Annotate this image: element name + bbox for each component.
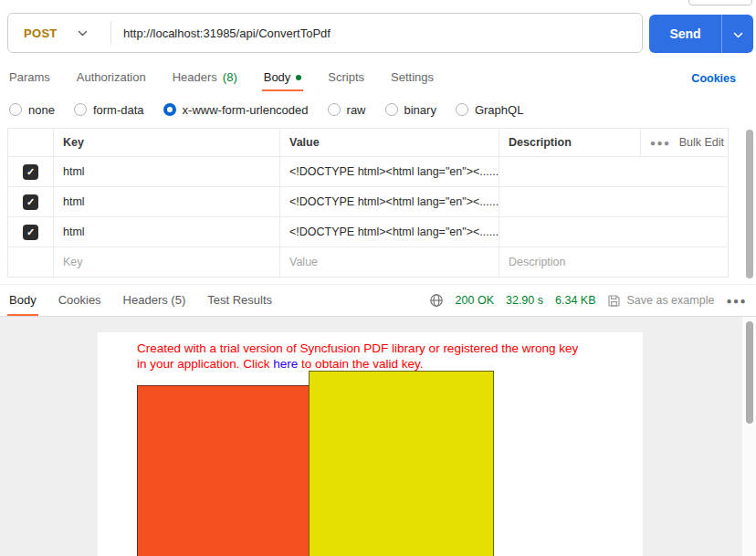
tab-authorization[interactable]: Authorization — [75, 65, 148, 91]
trial-notice-line2: in your application. Click — [137, 357, 273, 371]
response-tabs: Body Cookies Headers (5) Test Results — [7, 285, 274, 316]
description-cell[interactable] — [499, 187, 728, 216]
trial-notice: Created with a trial version of Syncfusi… — [137, 341, 604, 372]
table-actions-cell: ●●● Bulk Edit — [640, 129, 728, 156]
method-select[interactable]: POST — [8, 14, 110, 52]
checkbox-cell — [8, 217, 53, 247]
send-options-button[interactable] — [721, 15, 753, 53]
description-cell[interactable] — [499, 157, 728, 186]
description-cell[interactable] — [499, 217, 728, 247]
cookies-link[interactable]: Cookies — [691, 72, 749, 85]
body-mode-form-data[interactable]: form-data — [74, 103, 144, 117]
radio-icon[interactable] — [456, 103, 468, 116]
row-checkbox-checked[interactable] — [23, 225, 38, 240]
pdf-yellow-rectangle — [309, 371, 494, 556]
key-cell — [53, 247, 279, 277]
body-mode-binary[interactable]: binary — [385, 103, 436, 117]
save-as-example-button[interactable]: Save as example — [607, 294, 714, 308]
tab-headers[interactable]: Headers (8) — [171, 65, 239, 91]
response-scrollbar-thumb[interactable] — [746, 321, 753, 424]
select-all-cell — [8, 129, 53, 156]
request-panel-scrollbar[interactable] — [746, 130, 753, 278]
response-size: 6.34 KB — [555, 294, 595, 307]
table-more-icon[interactable]: ●●● — [650, 138, 671, 148]
body-mode-graphql[interactable]: GraphQL — [456, 103, 523, 117]
save-icon — [607, 294, 621, 308]
response-meta: 200 OK 32.90 s 6.34 KB Save as example ●… — [429, 285, 747, 316]
response-tab-test-results[interactable]: Test Results — [205, 285, 274, 316]
tab-label: Body — [9, 293, 37, 307]
key-cell[interactable]: html — [53, 187, 279, 216]
radio-icon[interactable] — [9, 103, 22, 116]
value-cell[interactable]: <!DOCTYPE html><html lang="en"><...... — [279, 157, 499, 186]
body-mode-selector: none form-data x-www-form-urlencoded raw… — [9, 100, 523, 120]
new-description-input[interactable] — [509, 256, 717, 268]
new-key-input[interactable] — [63, 256, 268, 268]
chevron-down-icon — [78, 30, 88, 37]
radio-label: GraphQL — [475, 103, 523, 117]
tab-label: Authorization — [77, 70, 146, 84]
response-body-viewer: Created with a trial version of Syncfusi… — [0, 317, 742, 556]
api-client-window: POST Send Params Authorization Headers (… — [0, 0, 756, 556]
checkbox-cell — [8, 187, 53, 216]
body-modified-dot — [296, 75, 301, 80]
network-globe-icon[interactable] — [429, 293, 444, 308]
send-button[interactable]: Send — [649, 15, 753, 53]
tab-label: Headers (5) — [123, 293, 186, 307]
tab-label: Test Results — [207, 293, 272, 307]
radio-label: raw — [347, 103, 366, 117]
key-cell[interactable]: html — [53, 217, 279, 247]
table-row: html <!DOCTYPE html><html lang="en"><...… — [8, 216, 728, 247]
method-label: POST — [24, 26, 58, 40]
tab-label: Headers — [173, 70, 217, 84]
tab-scripts[interactable]: Scripts — [326, 65, 366, 91]
partial-toolbar-control — [688, 0, 752, 5]
save-as-example-label: Save as example — [626, 294, 714, 307]
radio-icon[interactable] — [385, 103, 398, 116]
description-column-header: Description — [499, 129, 640, 156]
trial-here-link[interactable]: here — [273, 357, 298, 371]
checkbox-cell — [8, 247, 53, 277]
body-mode-x-www-form-urlencoded[interactable]: x-www-form-urlencoded — [163, 103, 309, 117]
tab-label: Cookies — [58, 293, 101, 307]
table-row: html <!DOCTYPE html><html lang="en"><...… — [8, 186, 728, 216]
key-cell[interactable]: html — [53, 157, 279, 186]
radio-icon[interactable] — [74, 103, 87, 116]
trial-notice-line2-end: to obtain the valid key. — [298, 357, 423, 371]
checkbox-cell — [8, 157, 53, 186]
body-mode-raw[interactable]: raw — [328, 103, 366, 117]
request-tabs: Params Authorization Headers (8) Body Sc… — [7, 65, 749, 91]
value-cell — [279, 247, 499, 277]
tab-body[interactable]: Body — [262, 65, 304, 91]
radio-label: x-www-form-urlencoded — [183, 103, 309, 117]
radio-icon[interactable] — [328, 103, 341, 116]
body-mode-none[interactable]: none — [9, 103, 55, 117]
url-input[interactable] — [111, 14, 642, 52]
pdf-page: Created with a trial version of Syncfusi… — [98, 332, 643, 556]
radio-label: binary — [404, 103, 436, 117]
tab-settings[interactable]: Settings — [389, 65, 436, 91]
row-checkbox-checked[interactable] — [23, 194, 38, 210]
row-checkbox-checked[interactable] — [23, 164, 38, 180]
tab-label: Settings — [391, 70, 434, 84]
table-row: html <!DOCTYPE html><html lang="en"><...… — [8, 156, 728, 186]
bulk-edit-button[interactable]: Bulk Edit — [679, 136, 724, 149]
table-new-row — [8, 247, 728, 277]
radio-selected-icon[interactable] — [163, 103, 176, 116]
value-cell[interactable]: <!DOCTYPE html><html lang="en"><...... — [279, 187, 499, 216]
tab-label: Params — [9, 70, 50, 84]
send-button-label[interactable]: Send — [649, 15, 721, 53]
tab-params[interactable]: Params — [7, 65, 52, 91]
radio-label: none — [28, 103, 55, 117]
response-tab-body[interactable]: Body — [7, 285, 38, 316]
new-value-input[interactable] — [289, 256, 488, 268]
urlencoded-table: Key Value Description ●●● Bulk Edit html… — [7, 128, 729, 278]
response-tab-cookies[interactable]: Cookies — [57, 285, 103, 316]
response-more-icon[interactable]: ●●● — [726, 296, 747, 306]
response-header: Body Cookies Headers (5) Test Results 20… — [0, 284, 756, 317]
chevron-down-icon — [733, 26, 743, 42]
trial-notice-line1: Created with a trial version of Syncfusi… — [137, 341, 578, 355]
value-cell[interactable]: <!DOCTYPE html><html lang="en"><...... — [279, 217, 499, 247]
tab-label: Body — [264, 70, 291, 84]
response-tab-headers[interactable]: Headers (5) — [121, 285, 188, 316]
